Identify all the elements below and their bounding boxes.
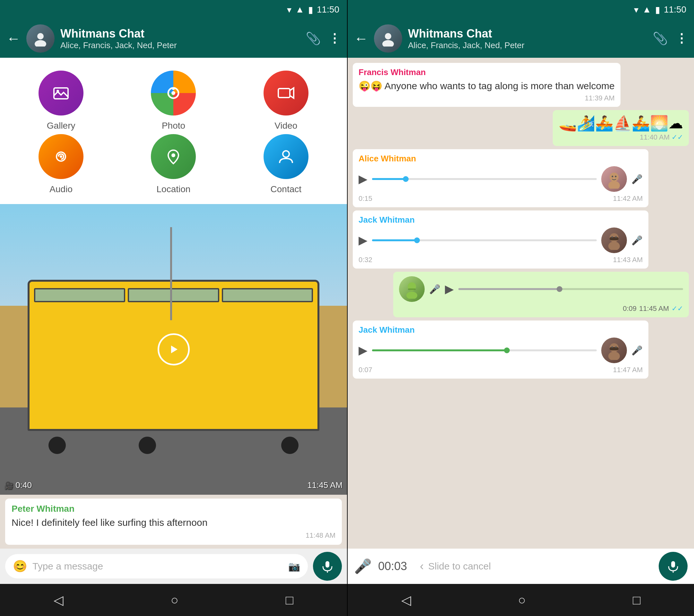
jack1-mic-icon: 🎤: [632, 235, 643, 246]
alice-avatar: [601, 166, 627, 192]
attach-icon-right[interactable]: 📎: [653, 32, 668, 45]
location-icon: [151, 134, 196, 179]
alice-time: 11:42 AM: [613, 194, 643, 203]
group-avatar-left: [26, 24, 55, 53]
media-item-contact[interactable]: Contact: [232, 134, 341, 194]
status-bar-left: ▾ ▲ ▮ 11:50: [0, 0, 347, 19]
jack2-play-btn[interactable]: ▶: [359, 343, 368, 357]
nav-home-left[interactable]: ○: [171, 593, 179, 607]
more-icon-right[interactable]: ⋮: [675, 32, 688, 45]
contact-label: Contact: [271, 184, 302, 194]
emoji-time: 11:40 AM: [640, 133, 670, 142]
alice-sender-name: Alice Whitman: [359, 154, 643, 164]
location-label: Location: [157, 184, 191, 194]
mic-button-left[interactable]: [313, 552, 342, 581]
chat-title-left: Whitmans Chat: [60, 26, 300, 40]
svg-point-28: [406, 292, 417, 299]
svg-rect-29: [408, 288, 416, 290]
nav-back-left[interactable]: ◁: [54, 593, 63, 607]
svg-point-12: [283, 151, 289, 157]
sent-play-btn[interactable]: ▶: [445, 282, 454, 296]
header-right: ← Whitmans Chat Alice, Francis, Jack, Ne…: [348, 19, 694, 58]
svg-point-18: [609, 173, 619, 182]
nav-bar-right: ◁ ○ □: [348, 584, 694, 616]
sent-voice-bubble: 🎤 ▶ 0:09 11:45 AM ✓✓: [393, 272, 689, 317]
svg-rect-35: [671, 561, 675, 567]
signal-icon-right: ▲: [642, 4, 651, 15]
jack1-avatar: [601, 227, 627, 253]
contact-icon: [263, 134, 309, 179]
video-time: 11:45 AM: [307, 480, 343, 490]
nav-back-right[interactable]: ◁: [401, 593, 411, 607]
nav-recent-left[interactable]: □: [286, 593, 293, 607]
jack1-time: 11:43 AM: [613, 256, 643, 264]
svg-point-10: [60, 155, 62, 158]
svg-rect-23: [609, 237, 619, 240]
battery-icon-right: ▮: [655, 4, 660, 15]
sent-progress-dot: [556, 286, 562, 292]
francis-message-text: 😜😝 Anyone who wants to tag along is more…: [359, 79, 615, 93]
jack1-duration: 0:32: [359, 256, 372, 264]
alice-progress-dot: [403, 176, 409, 182]
jack2-time: 11:47 AM: [613, 366, 643, 374]
message-input-box[interactable]: 😊 Type a message 📷: [5, 554, 308, 578]
jack1-play-btn[interactable]: ▶: [359, 234, 368, 247]
sent-avatar: [399, 276, 425, 302]
sent-read-check: ✓✓: [672, 304, 683, 313]
wifi-icon-right: ▾: [634, 4, 638, 15]
svg-point-33: [611, 347, 613, 348]
clock-left: 11:50: [317, 4, 339, 15]
svg-point-25: [611, 237, 613, 238]
chat-subtitle-left: Alice, Francis, Jack, Ned, Peter: [60, 40, 300, 50]
emoji-bubble: 🚤🏄🚣⛵🚣🌅☁ 11:40 AM ✓✓: [553, 110, 689, 146]
svg-rect-31: [609, 347, 619, 350]
alice-voice-bubble: Alice Whitman ▶ 🎤: [353, 149, 649, 207]
jack2-duration: 0:07: [359, 366, 372, 374]
svg-point-1: [35, 40, 46, 46]
video-thumbnail[interactable]: 🎥 0:40 11:45 AM: [0, 204, 347, 495]
media-item-audio[interactable]: Audio: [6, 134, 115, 194]
back-button-left[interactable]: ←: [6, 31, 21, 46]
header-actions-right: 📎 ⋮: [653, 32, 688, 45]
attach-icon-left[interactable]: 📎: [306, 32, 321, 45]
teal-mic-button-right[interactable]: [659, 552, 688, 581]
media-item-photo[interactable]: Photo: [119, 71, 228, 131]
wifi-icon: ▾: [287, 4, 291, 15]
emoji-time-row: 11:40 AM ✓✓: [559, 133, 683, 142]
peter-sender-name: Peter Whitman: [12, 504, 335, 514]
svg-marker-8: [290, 88, 294, 98]
emoji-button[interactable]: 😊: [13, 560, 27, 573]
recording-mic-icon: 🎤: [354, 558, 372, 575]
status-icons-left: ▾ ▲ ▮ 11:50: [287, 4, 339, 15]
media-item-gallery[interactable]: Gallery: [6, 71, 115, 131]
svg-point-11: [171, 153, 175, 157]
battery-icon: ▮: [308, 4, 313, 15]
chat-area-right: Francis Whitman 😜😝 Anyone who wants to t…: [348, 58, 694, 548]
jack-voice2-bubble: Jack Whitman ▶ 🎤 0:07: [353, 320, 649, 378]
more-icon-left[interactable]: ⋮: [328, 32, 341, 45]
jack2-progress-dot: [504, 348, 510, 353]
camera-button[interactable]: 📷: [288, 561, 300, 572]
jack-sender-name1: Jack Whitman: [359, 215, 643, 225]
media-item-location[interactable]: Location: [119, 134, 228, 194]
header-info-left: Whitmans Chat Alice, Francis, Jack, Ned,…: [60, 26, 300, 50]
nav-bar-left: ◁ ○ □: [0, 584, 347, 616]
status-icons-right: ▾ ▲ ▮ 11:50: [634, 4, 686, 15]
media-item-video[interactable]: Video: [232, 71, 341, 131]
svg-point-16: [385, 33, 391, 39]
peter-message-time: 11:48 AM: [12, 531, 335, 540]
alice-play-btn[interactable]: ▶: [359, 172, 368, 186]
recording-timer: 00:03: [378, 560, 414, 573]
message-placeholder[interactable]: Type a message: [32, 561, 283, 572]
svg-point-26: [615, 237, 617, 238]
nav-home-right[interactable]: ○: [518, 593, 526, 607]
nav-recent-right[interactable]: □: [633, 593, 640, 607]
media-picker: Gallery Photo Video: [0, 58, 347, 204]
header-info-right: Whitmans Chat Alice, Francis, Jack, Ned,…: [408, 26, 647, 50]
clock-right: 11:50: [664, 4, 686, 15]
alice-duration: 0:15: [359, 194, 372, 203]
back-button-right[interactable]: ←: [354, 31, 368, 46]
video-cam-icon: 🎥: [4, 482, 13, 490]
alice-mic-icon: 🎤: [632, 174, 643, 185]
group-avatar-right: [374, 24, 402, 53]
